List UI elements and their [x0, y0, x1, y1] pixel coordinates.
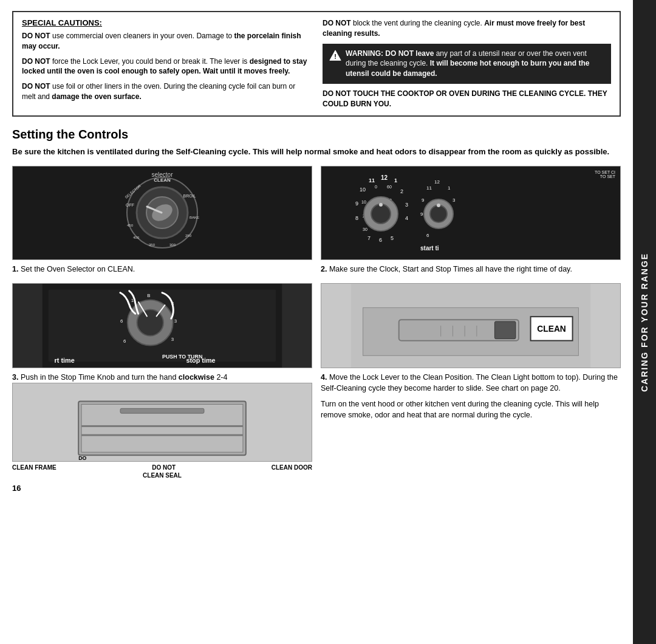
section-title: Setting the Controls	[12, 128, 621, 142]
svg-text:6: 6	[120, 318, 123, 324]
clean-frame-label: CLEAN FRAME	[12, 464, 56, 471]
step-4-container: CLEAN 4. Move the Lock Lever to the Clea…	[321, 283, 621, 493]
step-2: TO SET CI TO SET 11 12 1 10 0 6	[321, 166, 621, 275]
to-set-label: TO SET	[595, 174, 615, 179]
warning-triangle-icon: !	[329, 49, 342, 63]
to-set-ci-label: TO SET CI	[595, 170, 615, 174]
burn-warning: DO NOT TOUCH THE COOKTOP OR OVEN DURING …	[323, 89, 611, 109]
ventilation-note: Be sure the kitchen is ventilated during…	[12, 146, 621, 157]
svg-text:4: 4	[405, 215, 408, 221]
clock-controls: TO SET CI TO SET 11 12 1 10 0 6	[321, 166, 620, 259]
steps-grid: selector CLEAN BROIL BAKE 250 300 350 40…	[12, 166, 621, 275]
svg-text:6: 6	[379, 237, 382, 243]
clock-svg: 11 12 1 10 0 60 2 9 10 50 3 8 20	[326, 170, 472, 255]
svg-text:start ti: start ti	[420, 245, 439, 252]
step-3-desc: Push in the Stop Time Knob and turn the …	[21, 373, 228, 382]
step-4-description-2: Turn on the vent hood or other kitchen v…	[321, 400, 599, 419]
step-4-number: 4.	[321, 373, 327, 382]
selector-dial: selector CLEAN BROIL BAKE 250 300 350 40…	[13, 166, 312, 259]
cautions-right: DO NOT block the vent during the cleanin…	[323, 18, 611, 109]
svg-text:9: 9	[422, 197, 425, 203]
svg-text:1: 1	[448, 185, 451, 191]
step-4-text-2: Turn on the vent hood or other kitchen v…	[321, 399, 621, 420]
side-tab: CARING FOR YOUR RANGE	[633, 0, 656, 644]
step-4-svg: CLEAN	[321, 284, 620, 368]
svg-point-38	[371, 204, 391, 224]
step-3-image: B 3 3 3 6 6 1	[12, 283, 312, 368]
oven-diagram-image: DO	[12, 383, 312, 462]
svg-text:1: 1	[394, 177, 397, 183]
svg-text:stop time: stop time	[186, 357, 215, 364]
svg-text:DO: DO	[78, 455, 86, 461]
svg-text:11: 11	[426, 185, 432, 191]
svg-point-41	[430, 205, 447, 222]
oven-diagram-svg: DO	[13, 383, 312, 461]
svg-rect-75	[494, 321, 516, 339]
step-1-number: 1.	[12, 265, 18, 273]
svg-text:7: 7	[367, 235, 371, 241]
svg-text:2: 2	[400, 188, 403, 194]
svg-rect-68	[120, 408, 204, 413]
step-3-svg: B 3 3 3 6 6 1	[13, 284, 312, 368]
svg-text:B: B	[147, 293, 150, 298]
svg-text:!: !	[334, 52, 337, 60]
step-2-text: 2. Make sure the Clock, Start and Stop T…	[321, 264, 621, 275]
svg-text:3: 3	[174, 318, 177, 324]
svg-text:11: 11	[369, 177, 375, 183]
svg-text:30: 30	[363, 227, 367, 231]
step-1-image: selector CLEAN BROIL BAKE 250 300 350 40…	[12, 166, 312, 260]
svg-text:3: 3	[405, 202, 408, 208]
step-3-container: B 3 3 3 6 6 1	[12, 283, 312, 493]
svg-text:CLEAN: CLEAN	[537, 324, 566, 334]
svg-text:450: 450	[127, 224, 134, 227]
svg-point-39	[379, 203, 383, 207]
svg-text:5: 5	[391, 235, 394, 241]
cautions-left: SPECIAL CAUTIONS: DO NOT use commercial …	[22, 18, 310, 109]
step-1-text: 1. Set the Oven Selector on CLEAN.	[12, 264, 312, 275]
sub-labels: CLEAN FRAME DO NOT CLEAN DOOR	[12, 464, 312, 471]
svg-rect-69	[81, 425, 243, 427]
svg-text:OFF: OFF	[126, 203, 134, 207]
svg-text:9: 9	[355, 200, 358, 207]
svg-text:12: 12	[381, 174, 388, 181]
step-1-description: Set the Oven Selector on CLEAN.	[21, 265, 135, 273]
svg-text:BAKE: BAKE	[190, 216, 199, 219]
cautions-box: SPECIAL CAUTIONS: DO NOT use commercial …	[12, 11, 621, 117]
svg-text:300: 300	[169, 243, 176, 247]
svg-text:250: 250	[185, 234, 192, 238]
clean-door-label: CLEAN DOOR	[272, 464, 312, 471]
step-4-text: 4. Move the Lock Lever to the Clean Posi…	[321, 372, 621, 394]
svg-rect-70	[81, 434, 243, 436]
warning-text: WARNING: DO NOT leave any part of a uten…	[346, 49, 605, 79]
step-3-text: 3. Push in the Stop Time Knob and turn t…	[12, 372, 312, 383]
svg-text:BROIL: BROIL	[183, 194, 196, 198]
step-3-number: 3.	[12, 373, 18, 382]
warning-box: ! WARNING: DO NOT leave any part of a ut…	[323, 44, 611, 84]
svg-text:0: 0	[375, 185, 377, 189]
svg-text:rt time: rt time	[55, 357, 75, 364]
svg-point-42	[437, 204, 440, 207]
cautions-para-4: DO NOT block the vent during the cleanin…	[323, 18, 611, 39]
svg-text:9: 9	[420, 211, 423, 217]
cautions-para-3: DO NOT use foil or other liners in the o…	[22, 81, 310, 102]
step-2-image: TO SET CI TO SET 11 12 1 10 0 6	[321, 166, 621, 260]
step-2-number: 2.	[321, 265, 327, 273]
cautions-para-1: DO NOT use commercial oven cleaners in y…	[22, 31, 310, 52]
svg-text:3: 3	[453, 197, 456, 203]
dial-svg: CLEAN BROIL BAKE 250 300 350 400 450 OFF…	[123, 173, 202, 252]
svg-text:CLEAN: CLEAN	[154, 177, 171, 183]
svg-text:3: 3	[171, 337, 174, 342]
svg-text:400: 400	[133, 236, 140, 239]
svg-text:60: 60	[387, 185, 392, 189]
step-4-description-1: Move the Lock Lever to the Clean Positio…	[321, 373, 618, 392]
svg-text:8: 8	[355, 215, 358, 221]
svg-text:350: 350	[149, 243, 155, 247]
do-not-label: DO NOT	[152, 464, 176, 471]
svg-text:12: 12	[434, 179, 440, 185]
cautions-para-2: DO NOT force the Lock Lever, you could b…	[22, 57, 310, 77]
svg-text:10: 10	[361, 200, 366, 204]
svg-point-54	[137, 309, 163, 335]
svg-text:6: 6	[426, 233, 429, 238]
clock-top-labels: TO SET CI TO SET	[595, 170, 615, 179]
bottom-steps: B 3 3 3 6 6 1	[12, 283, 621, 493]
